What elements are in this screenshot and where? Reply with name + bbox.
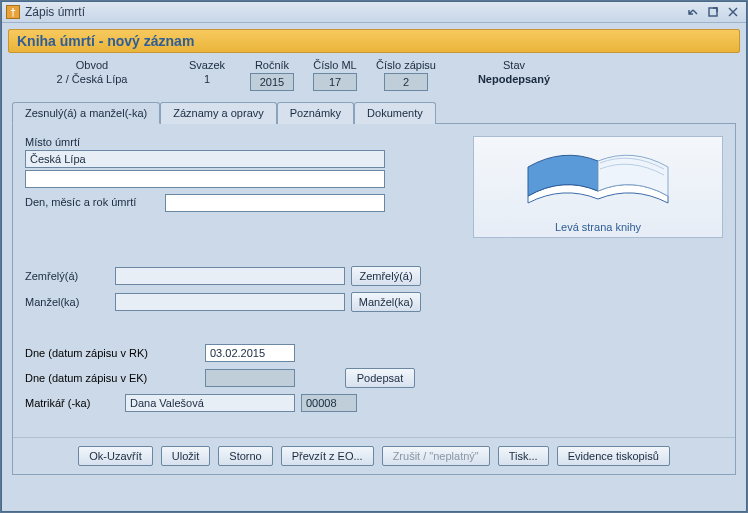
tab-dokumenty[interactable]: Dokumenty [354, 102, 436, 124]
button-evidence-tiskopisu[interactable]: Evidence tiskopisů [557, 446, 670, 466]
book-caption: Levá strana knihy [555, 221, 641, 233]
label-matrikar: Matrikář (-ka) [25, 397, 125, 409]
input-zemrely[interactable] [115, 267, 345, 285]
value-rocnik: 2015 [250, 73, 294, 91]
input-dne-ek [205, 369, 295, 387]
label-dne-rk: Dne (datum zápisu v RK) [25, 347, 205, 359]
window-title: Zápis úmrtí [25, 5, 682, 19]
svg-rect-0 [709, 8, 717, 16]
value-obvod: 2 / Česká Lípa [12, 73, 172, 91]
label-rocnik: Ročník [242, 59, 302, 71]
input-misto-umrti-2[interactable] [25, 170, 385, 188]
button-prevzit-z-eo[interactable]: Převzít z EO... [281, 446, 374, 466]
label-obvod: Obvod [12, 59, 172, 71]
tab-zaznamy[interactable]: Záznamy a opravy [160, 102, 276, 124]
input-matrikar-code [301, 394, 357, 412]
value-cislo-zapisu: 2 [384, 73, 428, 91]
button-zrusit-neplatny: Zrušit / "neplatný" [382, 446, 490, 466]
button-storno[interactable]: Storno [218, 446, 272, 466]
window: † Zápis úmrtí Kniha úmrtí - nový záznam … [1, 1, 747, 512]
button-ulozit[interactable]: Uložit [161, 446, 211, 466]
input-misto-umrti-1[interactable] [25, 150, 385, 168]
value-svazek: 1 [172, 73, 242, 91]
label-cislo-ml: Číslo ML [302, 59, 368, 71]
label-zemrely: Zemřelý(á) [25, 270, 115, 282]
input-datum-umrti[interactable] [165, 194, 385, 212]
banner-title: Kniha úmrtí - nový záznam [8, 29, 740, 53]
book-preview[interactable]: Levá strana knihy [473, 136, 723, 238]
book-icon [518, 141, 678, 221]
minimize-icon[interactable] [684, 4, 702, 20]
close-icon[interactable] [724, 4, 742, 20]
button-podepsat[interactable]: Podepsat [345, 368, 415, 388]
button-zemrely[interactable]: Zemřelý(á) [351, 266, 421, 286]
input-dne-rk[interactable] [205, 344, 295, 362]
tabstrip: Zesnulý(á) a manžel(-ka) Záznamy a oprav… [12, 101, 736, 123]
label-misto-umrti: Místo úmrtí [25, 136, 455, 148]
titlebar: † Zápis úmrtí [2, 2, 746, 23]
button-ok-uzavrit[interactable]: Ok-Uzavřít [78, 446, 153, 466]
label-manzel: Manžel(ka) [25, 296, 115, 308]
label-datum-umrti: Den, měsíc a rok úmrtí [25, 196, 165, 208]
button-manzel[interactable]: Manžel(ka) [351, 292, 421, 312]
input-matrikar-name[interactable] [125, 394, 295, 412]
button-tisk[interactable]: Tisk... [498, 446, 549, 466]
tab-panel: Místo úmrtí Den, měsíc a rok úmrtí [12, 123, 736, 475]
label-svazek: Svazek [172, 59, 242, 71]
maximize-icon[interactable] [704, 4, 722, 20]
bottom-bar: Ok-Uzavřít Uložit Storno Převzít z EO...… [13, 437, 735, 474]
label-cislo-zapisu: Číslo zápisu [368, 59, 444, 71]
label-stav: Stav [444, 59, 584, 71]
input-manzel[interactable] [115, 293, 345, 311]
value-cislo-ml: 17 [313, 73, 357, 91]
value-stav: Nepodepsaný [444, 73, 584, 91]
header-labels: Obvod Svazek Ročník Číslo ML Číslo zápis… [2, 57, 746, 71]
label-dne-ek: Dne (datum zápisu v EK) [25, 372, 205, 384]
tab-poznamky[interactable]: Poznámky [277, 102, 354, 124]
tab-zesnuly[interactable]: Zesnulý(á) a manžel(-ka) [12, 102, 160, 124]
header-values: 2 / Česká Lípa 1 2015 17 2 Nepodepsaný [2, 71, 746, 97]
app-icon: † [6, 5, 20, 19]
